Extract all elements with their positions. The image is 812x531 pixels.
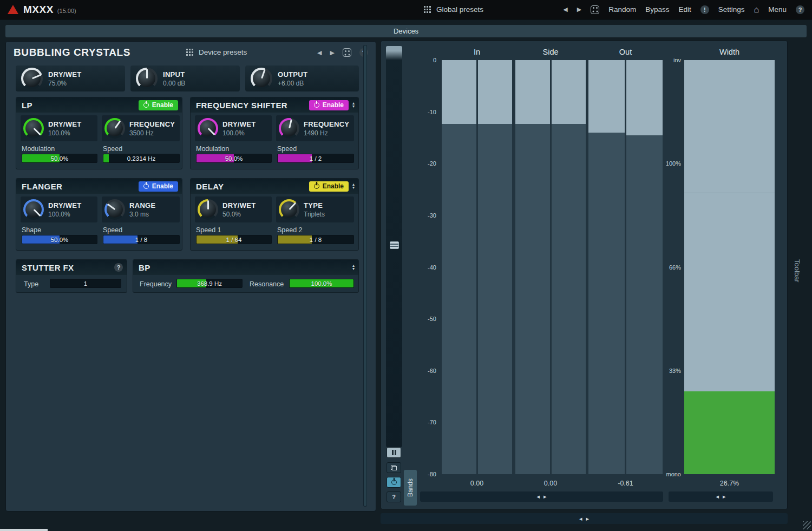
meter-side — [515, 60, 586, 474]
width-scale: inv100% 66%33% mono — [656, 57, 681, 477]
random-button[interactable]: Random — [608, 5, 636, 14]
meter-header-out: Out — [588, 48, 663, 56]
module-header: BP ▴▾ — [133, 260, 358, 275]
knob-box: TYPE Triplets — [276, 196, 354, 222]
module-header: FLANGER Enable — [16, 179, 182, 194]
bypass-button[interactable]: Bypass — [645, 5, 669, 14]
meter-power-button[interactable] — [387, 477, 401, 488]
knob-box: DRY/WET 100.0% — [21, 196, 97, 222]
module-lp: LP Enable DRY/WET 100.0% FREQUENCY 3500 … — [16, 97, 182, 169]
devices-tab-label: Devices — [394, 27, 418, 35]
help-icon[interactable]: ? — [114, 263, 123, 272]
edit-button[interactable]: Edit — [679, 5, 691, 14]
meter-help-button[interactable]: ? — [387, 491, 401, 502]
device-presets-button[interactable]: Device presets — [199, 48, 247, 56]
home-icon[interactable]: ⌂ — [754, 5, 759, 15]
frequency-slider[interactable]: 368.9 Hz — [176, 279, 243, 288]
speed-2-slider[interactable]: 1 / 8 — [277, 235, 354, 244]
speed-slider[interactable]: 1 / 2 — [277, 154, 354, 163]
top-bar: MXXX (15.00) Global presets ◀ ▶ Random B… — [0, 0, 812, 19]
module-reorder-spinner[interactable]: ▴▾ — [352, 264, 355, 271]
module-header: DELAY Enable ▴▾ — [191, 179, 358, 194]
speed-slider[interactable]: 1 / 8 — [103, 235, 180, 244]
scroll-right-icon[interactable]: ▸ — [543, 493, 547, 500]
next-preset-icon[interactable]: ▶ — [577, 6, 581, 13]
prev-preset-icon[interactable]: ◀ — [563, 6, 567, 13]
enable-button[interactable]: Enable — [139, 181, 178, 192]
dry-wet-knob[interactable] — [21, 68, 43, 89]
slider-label: Modulation — [22, 145, 55, 153]
knob-value: 0.00 dB — [163, 80, 185, 87]
dry-wet-knob[interactable] — [198, 199, 218, 220]
scroll-left-icon[interactable]: ◂ — [536, 493, 540, 500]
meter-header-side: Side — [515, 48, 586, 56]
module-stutter-fx: STUTTER FX ? Type 1 — [16, 259, 127, 293]
prev-device-preset-icon[interactable]: ◀ — [317, 49, 322, 56]
module-reorder-spinner[interactable]: ▴▾ — [352, 183, 355, 189]
range-knob[interactable] — [104, 199, 125, 220]
input-gain-knob[interactable] — [136, 68, 158, 89]
enable-button[interactable]: Enable — [309, 100, 349, 110]
module-reorder-spinner[interactable]: ▴▾ — [352, 102, 355, 108]
enable-button[interactable]: Enable — [309, 181, 349, 192]
module-title: FLANGER — [22, 182, 139, 191]
resonance-slider[interactable]: 100.0% — [289, 279, 354, 288]
frequency-knob[interactable] — [279, 118, 299, 139]
meter-out — [588, 60, 663, 474]
meter-value-out: -0.61 — [588, 480, 663, 487]
scroll-left-icon[interactable]: ◂ — [716, 493, 719, 500]
meter-width — [684, 60, 775, 474]
global-presets-button[interactable]: Global presets — [436, 5, 483, 14]
resize-grip[interactable] — [803, 521, 811, 529]
tab-devices[interactable]: Devices — [5, 25, 807, 37]
mxxx-window: MXXX (15.00) Global presets ◀ ▶ Random B… — [0, 0, 812, 531]
type-slider[interactable]: 1 — [50, 279, 121, 288]
shape-slider[interactable]: 50.0% — [22, 235, 97, 244]
next-device-preset-icon[interactable]: ▶ — [330, 49, 335, 56]
type-knob[interactable] — [279, 199, 299, 220]
meters-scrollbar[interactable]: ◂ ▸ — [420, 491, 663, 502]
bottom-scrollbar[interactable]: ◂ ▸ — [381, 513, 788, 524]
pause-button[interactable] — [387, 447, 401, 458]
module-delay: DELAY Enable ▴▾ DRY/WET 50.0% — [190, 178, 359, 251]
tab-toolbar[interactable]: Toolbar — [790, 244, 803, 298]
device-panel: BUBBLING CRYSTALS Device presets ◀ ▶ ? D… — [5, 41, 376, 512]
module-title: STUTTER FX — [22, 263, 114, 272]
alert-icon[interactable]: ! — [700, 5, 709, 14]
knob-box: RANGE 3.0 ms — [102, 196, 180, 222]
grid-icon — [423, 5, 431, 14]
module-title: FREQUENCY SHIFTER — [196, 101, 309, 110]
pause-icon — [392, 450, 396, 455]
settings-button[interactable]: Settings — [718, 5, 745, 14]
meter-value-in: 0.00 — [442, 480, 512, 487]
dry-wet-knob[interactable] — [198, 118, 218, 139]
random-dice-icon[interactable] — [591, 5, 599, 14]
frequency-knob[interactable] — [104, 118, 125, 139]
random-dice-icon[interactable] — [343, 48, 351, 57]
modulation-slider[interactable]: 50.0% — [22, 154, 97, 163]
layout-button[interactable] — [387, 462, 401, 473]
scroll-right-icon[interactable]: ▸ — [586, 515, 590, 522]
help-icon[interactable]: ? — [796, 5, 804, 14]
width-scrollbar[interactable]: ◂ ▸ — [669, 491, 773, 502]
meter-table-icon[interactable] — [390, 241, 399, 249]
scroll-right-icon[interactable]: ▸ — [723, 493, 726, 500]
module-header: STUTTER FX ? — [16, 260, 127, 275]
scroll-left-icon[interactable]: ◂ — [579, 515, 582, 522]
dry-wet-knob[interactable] — [23, 118, 44, 139]
dry-wet-knob[interactable] — [23, 199, 44, 220]
speed-1-slider[interactable]: 1 / 64 — [196, 235, 272, 244]
module-title: LP — [22, 101, 139, 110]
modulation-slider[interactable]: 50.0% — [196, 154, 272, 163]
speed-slider[interactable]: 0.2314 Hz — [103, 154, 180, 163]
enable-button[interactable]: Enable — [139, 100, 178, 110]
app-version: (15.00) — [57, 8, 76, 14]
slider-label: Speed — [103, 226, 122, 234]
meter-value-side: 0.00 — [515, 480, 586, 487]
device-panel-scrollbar[interactable] — [363, 45, 367, 507]
bottom-sliver — [0, 529, 48, 531]
output-gain-knob[interactable] — [251, 68, 272, 89]
power-icon — [391, 480, 397, 485]
power-icon — [314, 183, 319, 189]
menu-button[interactable]: Menu — [768, 5, 787, 14]
